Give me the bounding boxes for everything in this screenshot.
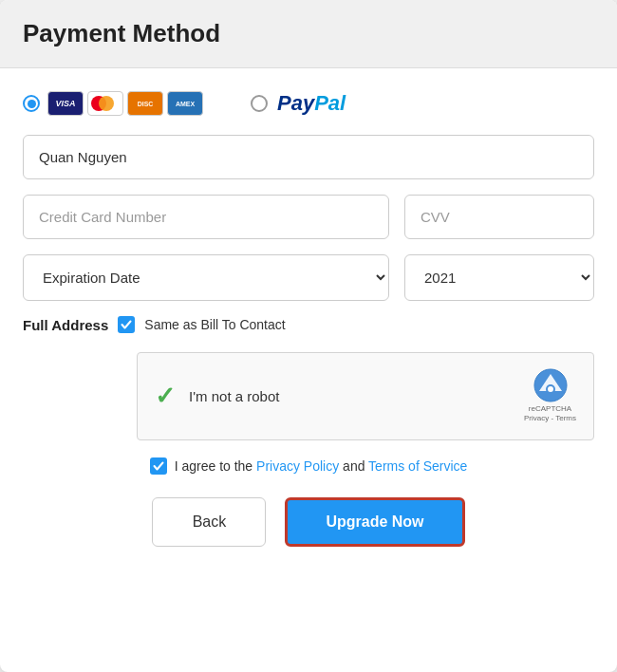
card-header: Payment Method (0, 0, 617, 68)
back-button[interactable]: Back (152, 497, 266, 547)
address-label: Full Address (23, 317, 108, 333)
upgrade-now-button[interactable]: Upgrade Now (285, 497, 464, 547)
paypal-logo: PayPal (277, 91, 346, 116)
page-title: Payment Method (23, 19, 594, 48)
terms-text: I agree to the Privacy Policy and Terms … (175, 458, 468, 474)
discover-icon: DISC (127, 91, 163, 116)
terms-check-icon (153, 460, 164, 472)
credit-card-number-input[interactable] (23, 195, 389, 239)
amex-icon: AMEX (167, 91, 203, 116)
paypal-radio[interactable] (251, 95, 268, 112)
svg-point-2 (548, 386, 553, 392)
terms-row: I agree to the Privacy Policy and Terms … (23, 457, 594, 475)
visa-icon: VISA (47, 91, 84, 116)
recaptcha-left: ✓ I'm not a robot (155, 382, 279, 411)
recaptcha-box[interactable]: ✓ I'm not a robot reCAPTCHA Privacy - Te… (137, 352, 594, 440)
recaptcha-label: reCAPTCHA Privacy - Terms (524, 404, 576, 424)
paypal-option[interactable]: PayPal (251, 91, 346, 116)
terms-checkbox[interactable] (150, 457, 167, 475)
credit-card-option[interactable]: VISA DISC AMEX (23, 91, 203, 116)
card-body: VISA DISC AMEX PayPal (0, 68, 617, 569)
terms-of-service-link[interactable]: Terms of Service (368, 458, 467, 474)
payment-method-card: Payment Method VISA DISC AMEX (0, 0, 617, 672)
same-as-bill-label: Same as Bill To Contact (144, 317, 285, 332)
payment-method-row: VISA DISC AMEX PayPal (23, 91, 594, 116)
privacy-policy-link[interactable]: Privacy Policy (256, 458, 339, 474)
cardholder-name-input[interactable] (23, 135, 594, 179)
expiration-row: Expiration Date January February March A… (23, 254, 594, 301)
address-row: Full Address Same as Bill To Contact (23, 316, 594, 333)
recaptcha-right: reCAPTCHA Privacy - Terms (524, 368, 576, 424)
buttons-row: Back Upgrade Now (23, 497, 594, 547)
card-icons: VISA DISC AMEX (47, 91, 203, 116)
year-select[interactable]: 2021 2022 2023 2024 2025 (404, 254, 594, 301)
cc-cvv-row (23, 195, 594, 239)
recaptcha-text: I'm not a robot (189, 388, 279, 404)
recaptcha-logo-icon (533, 368, 568, 402)
recaptcha-check-icon: ✓ (155, 382, 176, 411)
same-as-bill-checkbox[interactable] (118, 316, 135, 333)
credit-card-radio[interactable] (23, 95, 40, 112)
cvv-input[interactable] (404, 195, 594, 239)
expiration-date-select[interactable]: Expiration Date January February March A… (23, 254, 389, 301)
mastercard-icon (87, 91, 123, 116)
check-icon (121, 319, 132, 330)
